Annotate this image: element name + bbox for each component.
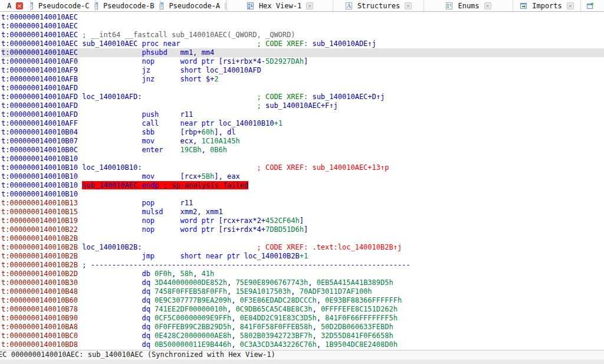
disasm-line[interactable]: t:0000000140010B30 dq 3D440000000DE852h,… xyxy=(1,278,604,287)
disasm-seg-k: jmp xyxy=(78,252,155,260)
close-icon[interactable]: × xyxy=(405,2,412,9)
disasm-seg-rbk: endp xyxy=(137,181,159,189)
disasm-seg-r: ] xyxy=(300,217,304,225)
disasm-line[interactable]: t:0000000140010B10 xyxy=(1,155,604,163)
pseudocode-icon xyxy=(31,2,34,10)
disasm-seg-am: t:0000000140010B19 xyxy=(1,217,78,225)
tab-structures[interactable]: A Structures × xyxy=(333,0,424,11)
disasm-line[interactable]: t:0000000140010AFB jnz short $+2 xyxy=(1,75,604,84)
tab-imports[interactable]: Imports × xyxy=(513,0,581,11)
disasm-seg-k: near ptr xyxy=(159,119,218,127)
disasm-line[interactable]: t:0000000140010B2B xyxy=(1,234,604,243)
disasm-line[interactable]: t:0000000140010B13 pop r11 xyxy=(1,199,604,208)
tab-pseudocode-c[interactable]: Pseudocode-C × xyxy=(31,0,96,11)
disasm-seg-num: 0FFFFEFE8C151D262h xyxy=(321,305,398,313)
disasm-line[interactable]: t:0000000140010B10 sub_140010AEC endp ; … xyxy=(1,181,604,190)
disasm-seg-k: dq xyxy=(78,296,155,304)
enums-icon xyxy=(445,2,453,10)
disasm-seg-num: 19CBh xyxy=(163,146,202,154)
disasm-line[interactable]: t:0000000140010B10 xyxy=(1,190,604,199)
disasm-line[interactable]: t:0000000140010AEC sub_140010AEC proc ne… xyxy=(1,40,604,48)
disasm-line[interactable]: t:0000000140010B22 nop word ptr [rsi+rdx… xyxy=(1,225,604,234)
tab-exports-partial[interactable] xyxy=(581,0,604,11)
disasm-line[interactable]: t:0000000140010AFD loc_140010AFD: ; CODE… xyxy=(1,93,604,101)
tab-enums[interactable]: Enums × xyxy=(424,0,513,11)
disasm-line[interactable]: t:0000000140010B2B jmp short near ptr lo… xyxy=(1,252,604,261)
disasm-line[interactable]: t:0000000140010BA8 dq 0F0FFEB99C2BB29D5h… xyxy=(1,323,604,332)
disasm-seg-num: 75E90E8906767743h xyxy=(235,278,308,287)
tab-pseudocode-b[interactable]: Pseudocode-B × xyxy=(96,0,160,11)
close-icon[interactable]: × xyxy=(306,2,313,9)
disasm-line[interactable]: t:0000000140010B2B loc_140010B2B: ; CODE… xyxy=(1,243,604,252)
disasm-seg-n: loc_140010B10: xyxy=(78,163,142,172)
disasm-seg-r: [rsi+rdx*4+ xyxy=(218,225,265,234)
disasm-line[interactable]: t:0000000140010B0C enter 19CBh, 0B6h xyxy=(1,146,604,155)
close-icon[interactable]: × xyxy=(567,2,574,9)
disasm-seg-num: 60h xyxy=(202,128,215,136)
disasm-seg-k: nop xyxy=(78,225,155,234)
tab-ida-view-a[interactable]: A × xyxy=(0,0,31,11)
disasm-line[interactable]: t:0000000140010B19 nop word ptr [rcx+rax… xyxy=(1,217,604,225)
disasm-line[interactable]: t:0000000140010B60 dq 0E9C307777B9EA209h… xyxy=(1,296,604,305)
disasm-line[interactable]: t:0000000140010AEC ; __int64 __fastcall … xyxy=(1,31,604,40)
disasm-seg-a: t:0000000140010AF9 xyxy=(1,66,78,74)
disasm-line[interactable]: t:0000000140010B2D db 0F0h, 58h, 41h xyxy=(1,270,604,278)
tab-hex-view-1[interactable]: Hex View-1 × xyxy=(227,0,333,11)
disasm-line[interactable]: t:0000000140010AEC phsubd mm1, mm4 xyxy=(1,48,604,57)
disasm-line[interactable]: t:0000000140010AFD ; sub_140010AEC+F↑j xyxy=(1,101,604,110)
disasm-line[interactable]: t:0000000140010AFD xyxy=(1,84,604,93)
disasm-seg-k: dq xyxy=(78,278,155,287)
disasm-seg-k: enter xyxy=(78,146,163,154)
disasm-seg-num: 41h xyxy=(202,270,215,278)
disasm-seg-r: , xyxy=(308,278,316,287)
disasm-seg-r: [rbp+ xyxy=(155,128,201,136)
disasm-seg-a: t:0000000140010AFF xyxy=(1,119,78,127)
disasm-line[interactable]: t:0000000140010AFD push r11 xyxy=(1,110,604,119)
disasm-seg-r: , xyxy=(312,332,320,340)
disasm-line[interactable]: t:0000000140010AEC xyxy=(1,13,604,22)
disasm-seg-num: +1 xyxy=(300,252,308,260)
close-icon[interactable]: × xyxy=(16,2,23,9)
disasm-seg-num: 50D2DB060633FEBDh xyxy=(321,323,393,331)
disasm-line[interactable]: t:0000000140010B78 dq 741EE2DF00000010h,… xyxy=(1,305,604,314)
disasm-line[interactable]: t:0000000140010AF0 nop word ptr [rsi+rbx… xyxy=(1,57,604,66)
exports-icon xyxy=(586,2,594,10)
disasm-seg-am: t:0000000140010B2B xyxy=(1,261,78,269)
disasm-line[interactable]: t:0000000140010BC0 dq 0E428C20000000AE8h… xyxy=(1,332,604,340)
disassembly-view: t:0000000140010AECt:0000000140010AECt:00… xyxy=(0,12,604,350)
disasm-seg-am: t:0000000140010B15 xyxy=(1,208,78,216)
disasm-seg-am: t:0000000140010B60 xyxy=(1,296,78,304)
disasm-seg-a: t:0000000140010AFD xyxy=(1,110,78,119)
disasm-seg-k: short xyxy=(155,75,206,83)
disasm-seg-num: 3D440000000DE852h xyxy=(155,278,227,287)
disasm-seg-k: pop xyxy=(78,199,155,207)
disasm-seg-a: t:0000000140010AFD xyxy=(1,84,78,92)
disasm-seg-a: t:0000000140010AEC xyxy=(1,13,78,21)
disasm-line[interactable]: t:0000000140010B90 dq 0CF5C00000009E9FFh… xyxy=(1,314,604,323)
disasm-line[interactable]: t:0000000140010B07 mov ecx, 1C10A145h xyxy=(1,137,604,146)
structures-icon: A xyxy=(345,2,353,10)
disasm-seg-k: word ptr xyxy=(155,217,218,225)
disasm-seg-k: nop xyxy=(78,217,155,225)
disasm-line[interactable]: t:0000000140010B48 dq 7458F0FFEB58F0FFh,… xyxy=(1,287,604,296)
disasm-seg-k: dq xyxy=(78,287,155,296)
disasm-line[interactable]: t:0000000140010AF9 jz short loc_140010AF… xyxy=(1,66,604,75)
disasm-seg-num: 7DBD51D6h xyxy=(265,225,304,234)
disasm-seg-r: mm1, mm4 xyxy=(168,48,214,57)
disasm-line[interactable]: t:0000000140010B2B ; -------------------… xyxy=(1,261,604,270)
tab-pseudocode-a[interactable]: Pseudocode-A × xyxy=(160,0,227,11)
disasm-seg-r: ecx, xyxy=(155,137,201,145)
disasm-line[interactable]: t:0000000140010AEC xyxy=(1,22,604,31)
disasm-line[interactable]: t:0000000140010AFF call near ptr loc_140… xyxy=(1,119,604,128)
disasm-line[interactable]: t:0000000140010B10 mov [rcx+5Bh], eax xyxy=(1,172,604,181)
disasm-seg-a: t:0000000140010AEC xyxy=(1,31,78,39)
status-text: EC 0000000140010AEC: sub_140010AEC (Sync… xyxy=(0,350,275,359)
disasm-line[interactable]: t:0000000140010B10 loc_140010B10: ; CODE… xyxy=(1,163,604,172)
disasm-seg-num: 15E9A1017503h xyxy=(235,287,291,296)
disasm-seg-r: , xyxy=(231,332,239,340)
disasm-line[interactable]: t:0000000140010B15 mulsd xmm2, xmm1 xyxy=(1,208,604,217)
disasm-line[interactable]: t:0000000140010BD8 dq 0B500000011E9B446h… xyxy=(1,340,604,349)
disasm-line[interactable]: t:0000000140010B04 sbb [rbp+60h], dl xyxy=(1,128,604,137)
close-icon[interactable]: × xyxy=(484,2,491,9)
disasm-seg-num: 841F0F66FFFFFFF5h xyxy=(325,314,398,322)
